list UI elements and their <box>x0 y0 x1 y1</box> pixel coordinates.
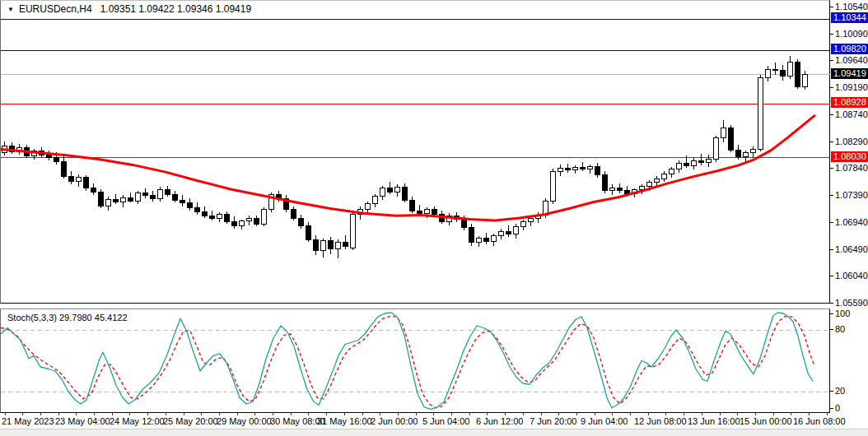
candle-body <box>232 222 237 226</box>
candle-body <box>388 188 393 192</box>
stoch-tick-label: 20 <box>835 386 845 396</box>
candle-body <box>121 197 126 202</box>
candle-body <box>403 187 408 200</box>
candle-body <box>736 150 741 156</box>
axis-tick-mark <box>830 329 833 330</box>
candle-body <box>670 169 674 174</box>
candle-body <box>551 171 556 201</box>
time-tick-label: 21 May 2023 <box>2 416 54 426</box>
price-axis: 1.105401.100901.096401.091901.087401.082… <box>830 0 868 413</box>
candle-body <box>462 220 467 228</box>
price-chart-panel[interactable]: ▼EURUSDecn,H41.09351 1.09422 1.09346 1.0… <box>0 0 830 304</box>
price-level-badge: 1.10344 <box>831 12 868 23</box>
candle-body <box>151 195 156 198</box>
candle-body <box>292 210 296 218</box>
candle-body <box>225 215 230 222</box>
candle-body <box>306 226 311 240</box>
price-level-badge: 1.08928 <box>831 97 868 108</box>
candle-body <box>492 236 497 242</box>
candle-body <box>796 63 800 86</box>
candle-body <box>573 167 578 170</box>
candle-body <box>77 178 82 182</box>
price-tick-label: 1.10540 <box>835 2 868 12</box>
axis-tick-mark <box>830 168 833 169</box>
candle-body <box>99 192 104 206</box>
time-tick-label: 6 Jun 12:00 <box>476 416 524 426</box>
candle-body <box>62 162 67 177</box>
candle-body <box>166 189 170 194</box>
price-tick-label: 1.07390 <box>835 190 868 200</box>
candle-body <box>173 194 178 200</box>
axis-tick-mark <box>830 195 833 196</box>
candle-body <box>758 77 763 149</box>
candle-body <box>662 174 667 179</box>
candle-body <box>618 188 623 191</box>
time-tick-label: 29 May 00:00 <box>217 416 272 426</box>
time-axis: 21 May 202323 May 04:0024 May 12:0025 Ma… <box>0 413 868 429</box>
stoch-tick-label: 100 <box>835 308 850 318</box>
time-tick-label: 23 May 04:00 <box>55 416 110 426</box>
stoch-indicator-panel[interactable]: Stoch(5,3,3) 29.7980 45.4122 <box>0 308 830 413</box>
price-tick-label: 1.06940 <box>835 217 868 227</box>
candle-body <box>395 187 400 192</box>
axis-tick-mark <box>830 60 833 61</box>
chart-window: ▼EURUSDecn,H41.09351 1.09422 1.09346 1.0… <box>0 0 868 436</box>
candle-body <box>158 189 163 198</box>
candle-body <box>351 215 356 248</box>
price-level-badge: 1.08030 <box>831 151 868 162</box>
time-tick-label: 25 May 20:00 <box>163 416 218 426</box>
candle-body <box>329 241 334 249</box>
axis-tick-mark <box>830 87 833 88</box>
candle-body <box>744 153 749 156</box>
stoch-tick-label: 80 <box>835 324 845 334</box>
candle-body <box>751 149 756 152</box>
candle-body <box>432 210 437 215</box>
candle-body <box>581 167 586 169</box>
price-tick-label: 1.06040 <box>835 271 868 281</box>
price-chart-canvas[interactable] <box>1 1 830 304</box>
price-level-badge: 1.09419 <box>831 68 868 79</box>
candle-body <box>195 207 200 212</box>
candle-body <box>210 216 215 218</box>
candle-body <box>588 167 593 169</box>
candle-body <box>707 159 712 162</box>
candle-body <box>314 239 319 250</box>
axis-tick-mark <box>830 114 833 115</box>
candle-body <box>692 160 697 165</box>
price-tick-label: 1.08290 <box>835 137 868 146</box>
candle-body <box>647 182 652 186</box>
candle-body <box>610 188 615 191</box>
candle-body <box>69 177 74 182</box>
symbol-dropdown-triangle-icon[interactable]: ▼ <box>7 6 14 13</box>
candle-body <box>514 226 519 234</box>
stoch-main-line[interactable] <box>1 313 813 410</box>
candle-body <box>47 155 52 158</box>
axis-tick-mark <box>830 34 833 35</box>
candle-body <box>766 70 771 77</box>
candle-body <box>684 163 689 165</box>
candle-body <box>506 231 511 234</box>
candle-body <box>418 211 422 213</box>
price-tick-label: 1.08740 <box>835 109 868 119</box>
candle-body <box>425 210 430 213</box>
candle-body <box>625 191 630 194</box>
price-tick-label: 1.10090 <box>835 29 868 39</box>
candle-body <box>529 219 534 222</box>
candle-body <box>143 193 148 196</box>
candle-body <box>343 242 348 246</box>
candle-body <box>477 239 482 243</box>
candle-body <box>699 160 704 162</box>
candle-body <box>566 168 571 170</box>
candle-body <box>203 212 208 216</box>
candle-body <box>595 167 600 175</box>
axis-tick-mark <box>830 313 833 314</box>
candle-body <box>469 228 474 243</box>
price-tick-label: 1.07840 <box>835 163 868 173</box>
ohlc-quote-values: 1.09351 1.09422 1.09346 1.09419 <box>100 3 252 15</box>
candle-body <box>321 241 326 251</box>
time-tick-label: 16 Jun 08:00 <box>793 416 846 426</box>
axis-tick-mark <box>830 249 833 250</box>
candle-body <box>217 215 222 218</box>
stoch-chart-canvas[interactable] <box>1 309 830 413</box>
candle-body <box>336 242 341 249</box>
